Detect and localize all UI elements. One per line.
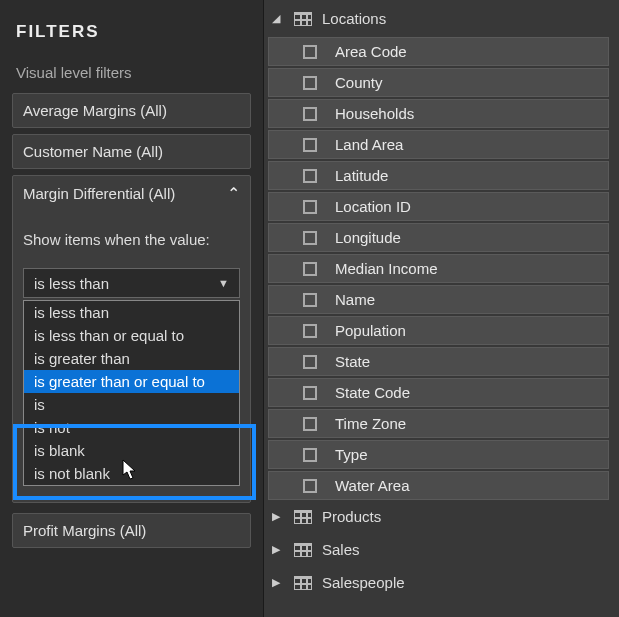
condition-select[interactable]: is less than ▼ xyxy=(23,268,240,298)
checkbox[interactable] xyxy=(303,324,317,338)
field-label: Area Code xyxy=(335,43,407,60)
dropdown-caret-icon: ▼ xyxy=(218,277,229,289)
field-row[interactable]: State Code xyxy=(268,378,609,407)
field-row[interactable]: Latitude xyxy=(268,161,609,190)
table-label: Sales xyxy=(322,541,360,558)
checkbox[interactable] xyxy=(303,107,317,121)
field-row[interactable]: Type xyxy=(268,440,609,469)
field-label: Time Zone xyxy=(335,415,406,432)
table-label: Locations xyxy=(322,10,386,27)
field-row[interactable]: Land Area xyxy=(268,130,609,159)
field-row[interactable]: Longitude xyxy=(268,223,609,252)
filter-card-average-margins[interactable]: Average Margins (All) xyxy=(12,93,251,128)
show-items-label: Show items when the value: xyxy=(23,229,240,250)
field-row[interactable]: Median Income xyxy=(268,254,609,283)
field-label: State xyxy=(335,353,370,370)
condition-select-value: is less than xyxy=(34,275,109,292)
field-label: Water Area xyxy=(335,477,409,494)
table-icon xyxy=(294,543,312,557)
table-icon xyxy=(294,576,312,590)
condition-option[interactable]: is not xyxy=(24,416,239,439)
condition-option[interactable]: is less than or equal to xyxy=(24,324,239,347)
field-label: State Code xyxy=(335,384,410,401)
field-row[interactable]: State xyxy=(268,347,609,376)
filter-card-profit-margins[interactable]: Profit Margins (All) xyxy=(12,513,251,548)
triangle-down-icon: ◢ xyxy=(272,12,284,25)
condition-option[interactable]: is not blank xyxy=(24,462,239,485)
field-row[interactable]: Population xyxy=(268,316,609,345)
filters-subheading: Visual level filters xyxy=(12,64,251,81)
checkbox[interactable] xyxy=(303,169,317,183)
filters-pane: FILTERS Visual level filters Average Mar… xyxy=(0,0,264,617)
checkbox[interactable] xyxy=(303,138,317,152)
field-row[interactable]: Time Zone xyxy=(268,409,609,438)
checkbox[interactable] xyxy=(303,293,317,307)
field-row[interactable]: Water Area xyxy=(268,471,609,500)
table-node-sales[interactable]: ▶ Sales xyxy=(268,537,609,566)
checkbox[interactable] xyxy=(303,76,317,90)
triangle-right-icon: ▶ xyxy=(272,543,284,556)
table-label: Products xyxy=(322,508,381,525)
triangle-right-icon: ▶ xyxy=(272,510,284,523)
checkbox[interactable] xyxy=(303,262,317,276)
condition-option[interactable]: is less than xyxy=(24,301,239,324)
table-node-salespeople[interactable]: ▶ Salespeople xyxy=(268,570,609,599)
condition-option[interactable]: is blank xyxy=(24,439,239,462)
field-label: Type xyxy=(335,446,368,463)
field-label: County xyxy=(335,74,383,91)
field-row[interactable]: Location ID xyxy=(268,192,609,221)
filter-card-customer-name[interactable]: Customer Name (All) xyxy=(12,134,251,169)
filter-label: Customer Name (All) xyxy=(23,143,163,160)
checkbox[interactable] xyxy=(303,448,317,462)
field-label: Longitude xyxy=(335,229,401,246)
condition-option[interactable]: is greater than xyxy=(24,347,239,370)
table-label: Salespeople xyxy=(322,574,405,591)
condition-option[interactable]: is greater than or equal to xyxy=(24,370,239,393)
table-icon xyxy=(294,12,312,26)
table-icon xyxy=(294,510,312,524)
checkbox[interactable] xyxy=(303,231,317,245)
checkbox[interactable] xyxy=(303,386,317,400)
filters-heading: FILTERS xyxy=(12,22,251,42)
condition-dropdown: is less than is less than or equal to is… xyxy=(23,300,240,486)
field-label: Households xyxy=(335,105,414,122)
triangle-right-icon: ▶ xyxy=(272,576,284,589)
field-label: Name xyxy=(335,291,375,308)
chevron-up-icon[interactable]: ⌃ xyxy=(227,184,240,203)
filter-label: Profit Margins (All) xyxy=(23,522,146,539)
field-label: Population xyxy=(335,322,406,339)
field-row[interactable]: County xyxy=(268,68,609,97)
checkbox[interactable] xyxy=(303,355,317,369)
field-row[interactable]: Name xyxy=(268,285,609,314)
filter-label: Margin Differential (All) xyxy=(23,185,175,202)
field-row[interactable]: Area Code xyxy=(268,37,609,66)
checkbox[interactable] xyxy=(303,417,317,431)
field-label: Median Income xyxy=(335,260,438,277)
field-label: Land Area xyxy=(335,136,403,153)
table-node-locations[interactable]: ◢ Locations xyxy=(268,6,609,35)
condition-option[interactable]: is xyxy=(24,393,239,416)
filter-card-margin-differential[interactable]: Margin Differential (All) ⌃ Show items w… xyxy=(12,175,251,503)
checkbox[interactable] xyxy=(303,479,317,493)
table-node-products[interactable]: ▶ Products xyxy=(268,504,609,533)
field-row[interactable]: Households xyxy=(268,99,609,128)
field-label: Latitude xyxy=(335,167,388,184)
field-label: Location ID xyxy=(335,198,411,215)
checkbox[interactable] xyxy=(303,45,317,59)
filter-label: Average Margins (All) xyxy=(23,102,167,119)
fields-pane: ◢ Locations Area Code County Households … xyxy=(264,0,619,617)
checkbox[interactable] xyxy=(303,200,317,214)
